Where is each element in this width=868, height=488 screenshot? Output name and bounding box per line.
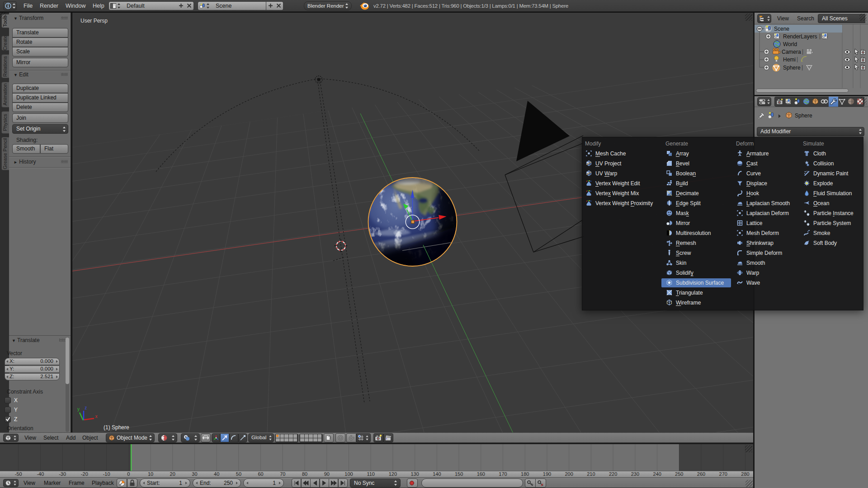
svg-text:x: x [95,414,98,419]
svg-text:y: y [77,407,80,412]
svg-text:z: z [85,405,87,410]
svg-text:1: 1 [806,152,808,155]
